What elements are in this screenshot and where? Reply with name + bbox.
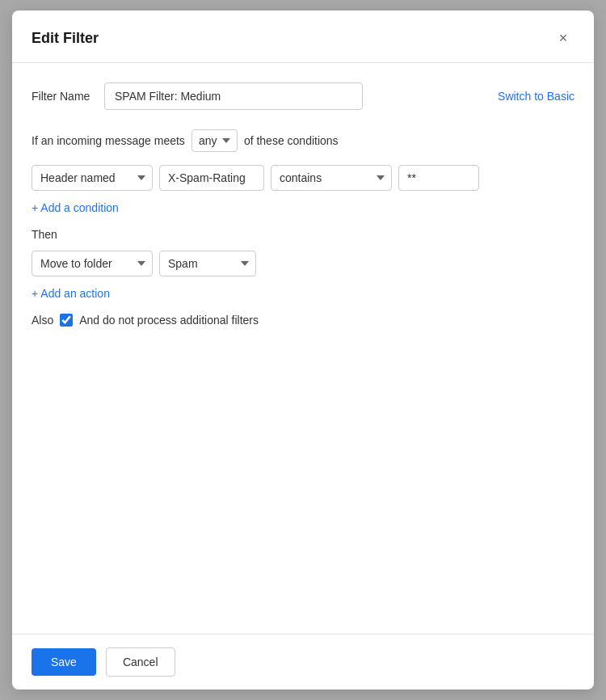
then-label: Then [32, 228, 574, 241]
condition-name-input[interactable] [159, 165, 264, 191]
action-type-select[interactable]: Move to folder Mark as read Delete Label… [32, 251, 153, 276]
modal-body: Filter Name Switch to Basic If an incomi… [12, 63, 594, 634]
condition-field-select[interactable]: Header named Subject From To Body [32, 165, 153, 191]
action-folder-select[interactable]: Spam Inbox Trash Archive [159, 251, 256, 276]
condition-match-input[interactable] [398, 165, 479, 191]
condition-intro-prefix: If an incoming message meets [32, 134, 185, 147]
edit-filter-modal: Edit Filter × Filter Name Switch to Basi… [12, 11, 594, 689]
condition-intro: If an incoming message meets any of thes… [32, 129, 574, 152]
modal-title: Edit Filter [32, 30, 99, 47]
also-label: Also [32, 314, 53, 327]
cancel-button[interactable]: Cancel [106, 647, 175, 677]
condition-row: Header named Subject From To Body contai… [32, 165, 574, 191]
switch-to-basic-button[interactable]: Switch to Basic [498, 90, 574, 103]
close-icon: × [559, 30, 568, 47]
filter-name-row: Filter Name Switch to Basic [32, 82, 574, 110]
modal-footer: Save Cancel [12, 634, 594, 689]
filter-name-input[interactable] [104, 82, 363, 110]
also-row: Also And do not process additional filte… [32, 314, 574, 327]
modal-header: Edit Filter × [12, 11, 594, 63]
close-button[interactable]: × [552, 27, 574, 49]
modal-overlay: Edit Filter × Filter Name Switch to Basi… [0, 0, 606, 700]
condition-any-select[interactable]: any [191, 129, 238, 152]
filter-name-label: Filter Name [32, 90, 104, 103]
no-process-additional-checkbox[interactable] [60, 314, 73, 327]
condition-intro-suffix: of these conditions [244, 134, 339, 147]
then-section: Then Move to folder Mark as read Delete … [32, 228, 574, 327]
condition-operator-select[interactable]: contains does not contain is begins with… [271, 165, 392, 191]
no-process-additional-label: And do not process additional filters [79, 314, 259, 327]
action-row: Move to folder Mark as read Delete Label… [32, 251, 574, 276]
add-action-button[interactable]: + Add an action [32, 287, 110, 300]
add-condition-button[interactable]: + Add a condition [32, 201, 119, 214]
save-button[interactable]: Save [32, 648, 96, 676]
